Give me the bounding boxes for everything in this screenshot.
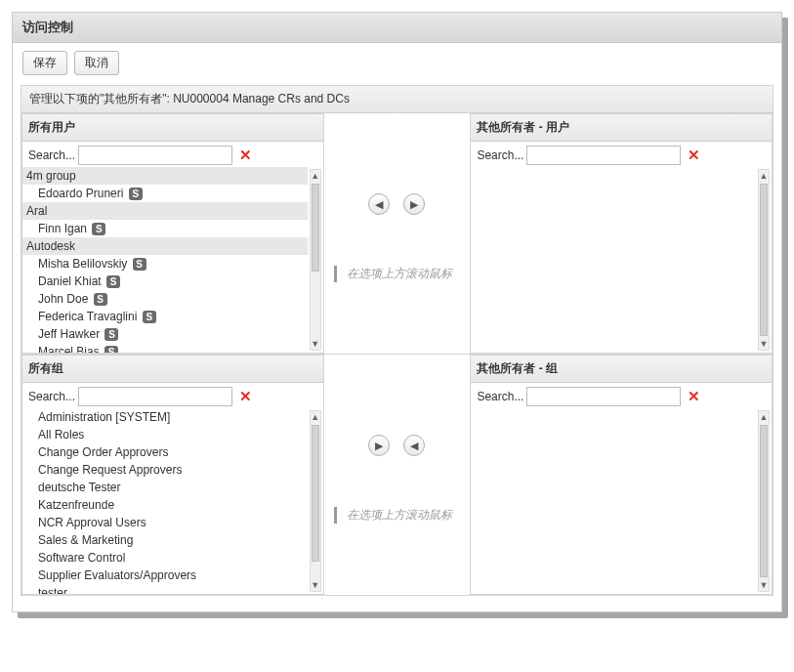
user-name: John Doe <box>38 292 92 306</box>
group-item-row[interactable]: Software Control <box>22 549 308 567</box>
all-groups-search-input[interactable] <box>78 387 232 406</box>
cancel-button[interactable]: 取消 <box>74 51 119 75</box>
close-icon[interactable]: ✕ <box>238 148 252 162</box>
user-item-row[interactable]: Edoardo Pruneri S <box>22 185 308 202</box>
group-item-row[interactable]: Supplier Evaluators/Approvers <box>22 567 308 584</box>
close-icon[interactable]: ✕ <box>238 390 252 403</box>
groups-arrows: ▶ ◀ 在选项上方滚动鼠标 <box>324 355 471 595</box>
scrollbar[interactable]: ▲ ▼ <box>758 410 770 592</box>
all-users-search-label: Search... <box>28 148 75 162</box>
user-name: Edoardo Pruneri <box>38 187 127 200</box>
scroll-down-icon[interactable]: ▼ <box>311 579 320 591</box>
s-badge-icon: S <box>133 258 146 271</box>
user-item-row[interactable]: Misha Belilovskiy S <box>22 255 308 273</box>
user-item-row[interactable]: Federica Travaglini S <box>22 308 308 325</box>
scroll-thumb[interactable] <box>760 425 768 577</box>
scroll-down-icon[interactable]: ▼ <box>311 338 320 350</box>
group-item-row[interactable]: Change Order Approvers <box>22 443 308 461</box>
scroll-down-icon[interactable]: ▼ <box>759 579 769 591</box>
user-name: Misha Belilovskiy <box>38 257 131 271</box>
manage-section: 管理以下项的"其他所有者": NU000004 Manage CRs and D… <box>21 85 773 596</box>
user-group-row[interactable]: 4m group <box>22 167 308 185</box>
users-transfer: 所有用户 Search... ✕ 4m groupEdoardo Pruneri… <box>21 113 773 354</box>
group-item-row[interactable]: Change Request Approvers <box>22 461 308 479</box>
group-item-row[interactable]: Sales & Marketing <box>22 531 308 549</box>
hint-text: 在选项上方滚动鼠标 <box>334 507 471 524</box>
move-right-button[interactable]: ▶ <box>368 435 390 456</box>
scroll-down-icon[interactable]: ▼ <box>759 338 769 350</box>
scroll-up-icon[interactable]: ▲ <box>311 411 320 423</box>
move-left-button[interactable]: ◀ <box>368 193 390 215</box>
group-item-row[interactable]: All Roles <box>22 426 308 443</box>
s-badge-icon: S <box>129 188 143 200</box>
all-users-title: 所有用户 <box>22 114 323 142</box>
close-icon[interactable]: ✕ <box>687 148 700 162</box>
user-name: Marcel Bias <box>38 345 103 353</box>
other-owners-groups-pane: 其他所有者 - 组 Search... ✕ ▲ ▼ <box>470 355 773 595</box>
triangle-left-icon: ◀ <box>375 198 383 211</box>
scroll-up-icon[interactable]: ▲ <box>759 411 769 423</box>
scroll-thumb[interactable] <box>312 425 319 562</box>
user-name: Finn Igan <box>38 222 90 235</box>
group-item-row[interactable]: Katzenfreunde <box>22 496 308 514</box>
triangle-left-icon: ◀ <box>410 440 418 452</box>
s-badge-icon: S <box>92 223 105 235</box>
other-owners-users-search-input[interactable] <box>526 146 681 165</box>
user-group-row[interactable]: Autodesk <box>22 237 308 255</box>
other-owners-groups-list[interactable] <box>471 408 756 594</box>
user-name: Jeff Hawker <box>38 327 103 341</box>
all-groups-list[interactable]: Administration [SYSTEM]All RolesChange O… <box>22 408 308 594</box>
save-button[interactable]: 保存 <box>22 51 67 75</box>
user-item-row[interactable]: Finn Igan S <box>22 220 308 237</box>
other-owners-groups-search-input[interactable] <box>526 387 681 406</box>
s-badge-icon: S <box>104 346 118 353</box>
all-groups-search-label: Search... <box>28 390 75 403</box>
all-users-pane: 所有用户 Search... ✕ 4m groupEdoardo Pruneri… <box>21 113 324 354</box>
user-name: Federica Travaglini <box>38 310 141 323</box>
group-item-row[interactable]: deutsche Tester <box>22 479 308 496</box>
group-item-row[interactable]: tester <box>22 584 308 594</box>
move-left-button[interactable]: ◀ <box>403 435 425 456</box>
triangle-right-icon: ▶ <box>375 440 383 452</box>
group-item-row[interactable]: Administration [SYSTEM] <box>22 408 308 426</box>
scrollbar[interactable]: ▲ ▼ <box>758 169 770 351</box>
scroll-thumb[interactable] <box>760 184 768 336</box>
users-arrows: ◀ ▶ 在选项上方滚动鼠标 <box>324 113 471 354</box>
scroll-up-icon[interactable]: ▲ <box>759 170 769 182</box>
triangle-right-icon: ▶ <box>410 198 418 211</box>
s-badge-icon: S <box>106 275 120 288</box>
close-icon[interactable]: ✕ <box>687 390 700 403</box>
scrollbar[interactable]: ▲ ▼ <box>310 410 321 592</box>
other-owners-users-search-label: Search... <box>477 148 523 162</box>
other-owners-groups-title: 其他所有者 - 组 <box>471 356 772 383</box>
scroll-thumb[interactable] <box>312 184 319 272</box>
user-item-row[interactable]: Marcel Bias S <box>22 343 308 353</box>
other-owners-users-pane: 其他所有者 - 用户 Search... ✕ ▲ ▼ <box>470 113 773 354</box>
s-badge-icon: S <box>104 328 118 341</box>
access-control-dialog: 访问控制 保存 取消 管理以下项的"其他所有者": NU000004 Manag… <box>12 12 782 612</box>
user-group-row[interactable]: Aral <box>22 202 308 220</box>
user-item-row[interactable]: Daniel Khiat S <box>22 273 308 290</box>
all-users-search-input[interactable] <box>78 146 232 165</box>
scroll-up-icon[interactable]: ▲ <box>311 170 320 182</box>
manage-header: 管理以下项的"其他所有者": NU000004 Manage CRs and D… <box>21 86 773 113</box>
all-users-list[interactable]: 4m groupEdoardo Pruneri SAralFinn Igan S… <box>22 167 308 353</box>
dialog-title: 访问控制 <box>13 13 781 43</box>
hint-text: 在选项上方滚动鼠标 <box>334 266 471 282</box>
s-badge-icon: S <box>143 311 156 323</box>
scrollbar[interactable]: ▲ ▼ <box>310 169 321 351</box>
other-owners-users-title: 其他所有者 - 用户 <box>471 114 772 142</box>
toolbar: 保存 取消 <box>13 43 781 83</box>
other-owners-users-list[interactable] <box>471 167 756 353</box>
other-owners-groups-search-label: Search... <box>477 390 523 403</box>
group-item-row[interactable]: NCR Approval Users <box>22 514 308 531</box>
all-groups-pane: 所有组 Search... ✕ Administration [SYSTEM]A… <box>21 355 324 595</box>
user-item-row[interactable]: John Doe S <box>22 290 308 308</box>
user-item-row[interactable]: Jeff Hawker S <box>22 325 308 343</box>
move-right-button[interactable]: ▶ <box>403 193 425 215</box>
groups-transfer: 所有组 Search... ✕ Administration [SYSTEM]A… <box>21 354 773 595</box>
user-name: Daniel Khiat <box>38 274 104 288</box>
all-groups-title: 所有组 <box>22 356 323 383</box>
s-badge-icon: S <box>94 293 107 306</box>
